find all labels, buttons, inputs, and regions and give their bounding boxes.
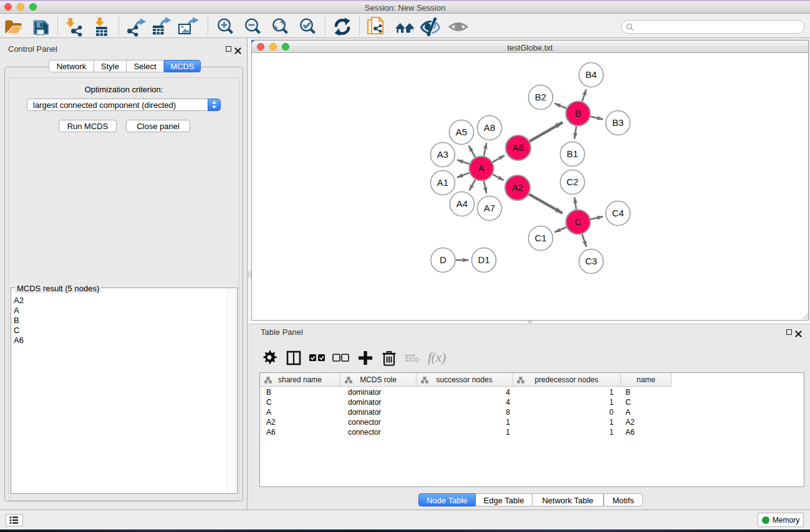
svg-text:A4: A4: [456, 198, 468, 209]
svg-text:B3: B3: [612, 117, 624, 128]
svg-text:D: D: [440, 254, 446, 265]
svg-text:A2: A2: [512, 182, 523, 193]
svg-text:C1: C1: [534, 233, 546, 243]
svg-text:B: B: [575, 108, 581, 118]
svg-text:A5: A5: [456, 127, 467, 137]
svg-text:A: A: [478, 163, 485, 173]
svg-text:A6: A6: [513, 142, 524, 153]
svg-text:B1: B1: [567, 148, 578, 159]
svg-text:C2: C2: [566, 177, 578, 187]
svg-text:A8: A8: [484, 122, 495, 133]
svg-text:B2: B2: [535, 92, 546, 102]
svg-text:A3: A3: [437, 149, 448, 160]
svg-text:A7: A7: [484, 203, 495, 213]
svg-text:B4: B4: [586, 69, 597, 80]
svg-text:C3: C3: [585, 256, 597, 266]
svg-text:A1: A1: [437, 177, 448, 188]
svg-text:D1: D1: [478, 254, 489, 265]
svg-text:C: C: [575, 216, 582, 227]
svg-text:C4: C4: [612, 208, 624, 218]
